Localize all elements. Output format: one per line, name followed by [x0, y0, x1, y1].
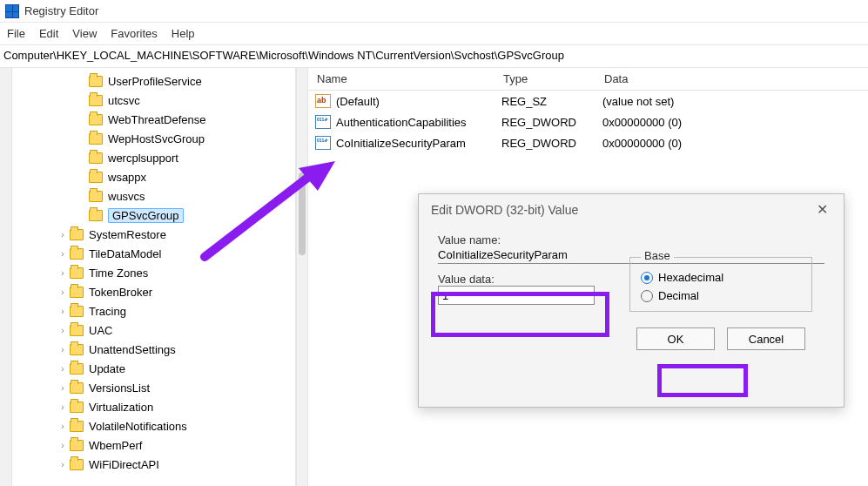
tree-item[interactable]: ›Time Zones: [16, 263, 295, 282]
tree-label: TileDataModel: [89, 247, 161, 260]
folder-icon: [89, 152, 103, 164]
tree-label: Time Zones: [89, 267, 148, 280]
scrollbar-thumb[interactable]: [299, 172, 306, 255]
tree-item[interactable]: ›UAC: [16, 321, 295, 340]
tree-label: wsappx: [108, 171, 146, 184]
tree-item[interactable]: ›VolatileNotifications: [16, 416, 295, 435]
tree-item[interactable]: ›TileDataModel: [16, 244, 295, 263]
tree-label: utcsvc: [108, 94, 140, 107]
tree-item[interactable]: WebThreatDefense: [16, 110, 295, 129]
value-icon: [315, 136, 331, 150]
list-row[interactable]: (Default)REG_SZ(value not set): [308, 91, 868, 111]
menu-file[interactable]: File: [7, 27, 25, 40]
tree-label: WepHostSvcGroup: [108, 132, 205, 145]
caret-icon: ›: [57, 364, 68, 374]
splitter[interactable]: [296, 68, 308, 486]
col-header-name[interactable]: Name: [308, 72, 503, 85]
tree-label: TokenBroker: [89, 286, 152, 299]
tree-label: VolatileNotifications: [89, 420, 187, 433]
tree-item[interactable]: wsappx: [16, 167, 295, 186]
caret-icon: ›: [57, 383, 68, 393]
menu-view[interactable]: View: [72, 27, 97, 40]
folder-icon: [70, 267, 84, 279]
folder-icon: [70, 248, 84, 260]
tree-item[interactable]: wusvcs: [16, 186, 295, 206]
regedit-icon: [5, 4, 19, 18]
caret-icon: ›: [57, 230, 68, 240]
folder-icon: [70, 382, 84, 394]
tree-item[interactable]: UserProfileService: [16, 71, 295, 91]
radio-icon-checked: [641, 272, 653, 284]
menu-favorites[interactable]: Favorites: [111, 27, 157, 40]
value-data-label: Value data:: [438, 273, 612, 286]
tree-item[interactable]: ›Virtualization: [16, 397, 295, 416]
tree-label: GPSvcGroup: [108, 208, 184, 223]
folder-icon: [70, 421, 84, 432]
tree-item-selected[interactable]: GPSvcGroup: [16, 206, 295, 225]
address-bar[interactable]: Computer\HKEY_LOCAL_MACHINE\SOFTWARE\Mic…: [0, 45, 868, 68]
col-header-type[interactable]: Type: [503, 72, 604, 85]
menu-help[interactable]: Help: [172, 27, 195, 40]
close-icon[interactable]: ✕: [811, 201, 833, 218]
tree-item[interactable]: ›WbemPerf: [16, 435, 295, 455]
tree-label: SystemRestore: [89, 228, 166, 241]
tree-item[interactable]: ›SystemRestore: [16, 225, 295, 244]
list-header: Name Type Data: [308, 68, 868, 91]
tree-label: UnattendSettings: [89, 343, 176, 356]
tree-item[interactable]: ›Tracing: [16, 301, 295, 321]
caret-icon: ›: [57, 249, 68, 259]
col-header-data[interactable]: Data: [604, 72, 868, 85]
tree-item[interactable]: ›UnattendSettings: [16, 340, 295, 359]
titlebar: Registry Editor: [0, 0, 868, 23]
list-row[interactable]: CoInitializeSecurityParamREG_DWORD0x0000…: [308, 132, 868, 153]
tree-item[interactable]: ›VersionsList: [16, 378, 295, 397]
tree-label: WbemPerf: [89, 439, 142, 452]
folder-icon: [70, 363, 84, 375]
ok-button[interactable]: OK: [636, 327, 715, 350]
value-icon: [315, 94, 331, 108]
tree-item[interactable]: ›Update: [16, 359, 295, 378]
cell-name: AuthenticationCapabilities: [336, 116, 501, 129]
window-title: Registry Editor: [24, 4, 98, 17]
folder-icon: [70, 287, 84, 298]
tree-label: WebThreatDefense: [108, 113, 206, 126]
menu-edit[interactable]: Edit: [39, 27, 58, 40]
list-row[interactable]: AuthenticationCapabilitiesREG_DWORD0x000…: [308, 111, 868, 132]
cancel-button[interactable]: Cancel: [727, 327, 805, 350]
radio-hex-label: Hexadecimal: [658, 271, 723, 284]
caret-icon: ›: [57, 422, 68, 431]
tree-item[interactable]: ›WiFiDirectAPI: [16, 455, 295, 474]
folder-icon: [70, 459, 84, 470]
tree-label: Update: [89, 362, 125, 375]
radio-hex[interactable]: Hexadecimal: [641, 271, 801, 284]
folder-icon: [89, 114, 103, 125]
tree-label: WiFiDirectAPI: [89, 458, 159, 471]
tree-label: UserProfileService: [108, 75, 202, 88]
radio-dec[interactable]: Decimal: [641, 289, 801, 302]
caret-icon: ›: [57, 402, 68, 412]
value-icon: [315, 115, 331, 129]
tree-scrollbar-left[interactable]: [0, 68, 12, 486]
caret-icon: ›: [57, 326, 68, 335]
tree-item[interactable]: wercplsupport: [16, 148, 295, 167]
cell-type: REG_SZ: [501, 95, 602, 108]
tree-label: wusvcs: [108, 190, 145, 203]
tree-item[interactable]: utcsvc: [16, 91, 295, 110]
folder-icon: [70, 440, 84, 451]
folder-icon: [70, 325, 84, 336]
value-data-input[interactable]: [438, 286, 595, 305]
tree-item[interactable]: ›TokenBroker: [16, 282, 295, 301]
tree-item[interactable]: WepHostSvcGroup: [16, 129, 295, 148]
value-name-label: Value name:: [438, 233, 824, 246]
base-label: Base: [641, 249, 674, 262]
radio-dec-label: Decimal: [658, 289, 699, 302]
menubar: File Edit View Favorites Help: [0, 23, 868, 45]
tree-label: Tracing: [89, 305, 126, 318]
cell-data: 0x00000000 (0): [602, 116, 868, 129]
folder-icon: [70, 402, 84, 413]
list-body: (Default)REG_SZ(value not set)Authentica…: [308, 91, 868, 153]
caret-icon: ›: [57, 307, 68, 316]
tree-label: UAC: [89, 324, 112, 337]
caret-icon: ›: [57, 345, 68, 354]
folder-icon: [70, 344, 84, 355]
